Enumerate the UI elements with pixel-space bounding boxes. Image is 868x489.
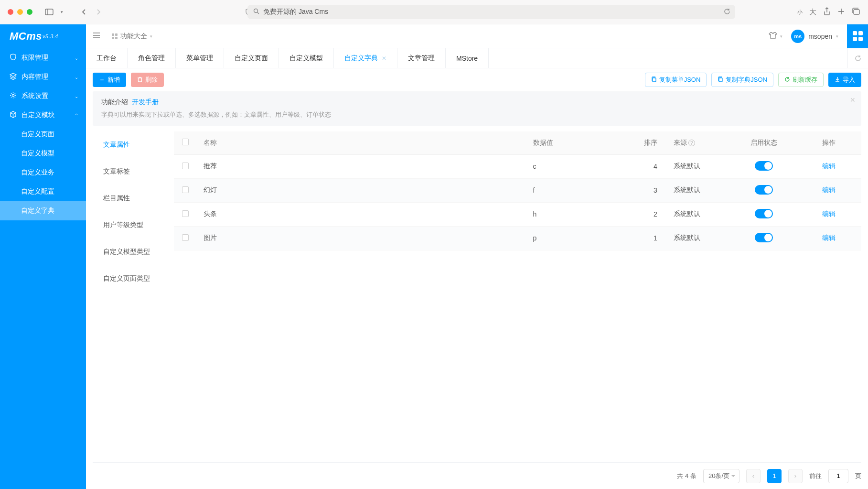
svg-rect-6 <box>854 10 859 14</box>
tabs-icon[interactable] <box>852 8 860 17</box>
all-functions-menu[interactable]: 功能大全 ▾ <box>112 32 152 41</box>
category-item-4[interactable]: 自定义模型类型 <box>93 239 174 265</box>
goto-label: 前往 <box>809 472 822 480</box>
share-icon[interactable] <box>823 7 831 17</box>
cell-value: p <box>526 226 618 250</box>
row-checkbox[interactable] <box>182 210 189 217</box>
cell-name: 图片 <box>197 226 526 250</box>
cell-value: c <box>526 154 618 178</box>
row-checkbox[interactable] <box>182 186 189 193</box>
close-icon[interactable]: ✕ <box>850 96 856 104</box>
copy-icon <box>651 76 657 84</box>
tab-7[interactable]: MStore <box>446 48 489 68</box>
copy-menu-json-button[interactable]: 复制菜单JSON <box>645 73 707 87</box>
nav-sub-2[interactable]: 自定义业务 <box>0 163 86 182</box>
nav-group-label: 内容管理 <box>21 73 48 81</box>
collapse-sidebar-icon[interactable] <box>93 32 102 40</box>
edit-link[interactable]: 编辑 <box>822 186 836 194</box>
next-page-button[interactable]: › <box>788 469 803 483</box>
category-list: 文章属性文章标签栏目属性用户等级类型自定义模型类型自定义页面类型 <box>93 131 174 462</box>
tab-1[interactable]: 角色管理 <box>128 48 176 68</box>
category-item-3[interactable]: 用户等级类型 <box>93 212 174 239</box>
forward-button[interactable] <box>94 7 104 17</box>
nav-group-3[interactable]: 自定义模块⌃ <box>0 106 86 125</box>
theme-icon[interactable] <box>769 31 777 41</box>
page-number-button[interactable]: 1 <box>767 469 782 483</box>
goto-input[interactable] <box>828 469 848 483</box>
svg-point-2 <box>254 9 258 13</box>
back-button[interactable] <box>78 7 89 17</box>
layers-icon <box>10 73 17 81</box>
enable-switch[interactable] <box>755 185 773 195</box>
shield-icon <box>10 54 17 62</box>
category-item-0[interactable]: 文章属性 <box>93 131 174 158</box>
prev-page-button[interactable]: ‹ <box>746 469 761 483</box>
tab-0[interactable]: 工作台 <box>86 48 128 68</box>
tab-label: 工作台 <box>96 54 117 63</box>
enable-switch[interactable] <box>755 209 773 218</box>
table-row: 幻灯 f 3 系统默认 编辑 <box>174 178 861 202</box>
tab-2[interactable]: 菜单管理 <box>176 48 224 68</box>
window-zoom[interactable] <box>27 9 32 15</box>
tab-3[interactable]: 自定义页面 <box>224 48 279 68</box>
banner-title: 功能介绍 <box>101 98 128 106</box>
enable-switch[interactable] <box>755 161 773 171</box>
address-text: 免费开源的 Java Cms <box>263 8 328 16</box>
page-size-select[interactable]: 20条/页 <box>703 469 739 483</box>
category-item-5[interactable]: 自定义页面类型 <box>93 265 174 292</box>
row-checkbox[interactable] <box>182 234 189 241</box>
tab-4[interactable]: 自定义模型 <box>279 48 334 68</box>
tab-6[interactable]: 文章管理 <box>397 48 446 68</box>
nav-group-2[interactable]: 系统设置⌄ <box>0 87 86 106</box>
chevron-down-icon: ▾ <box>150 34 152 39</box>
delete-button[interactable]: 删除 <box>131 73 164 87</box>
cell-value: h <box>526 202 618 226</box>
window-close[interactable] <box>8 9 13 15</box>
edit-link[interactable]: 编辑 <box>822 234 836 241</box>
svg-rect-15 <box>653 78 656 82</box>
close-tab-icon[interactable]: ✕ <box>382 55 386 62</box>
nav-sub-0[interactable]: 自定义页面 <box>0 125 86 144</box>
copy-icon <box>718 76 723 84</box>
cell-source: 系统默认 <box>667 202 732 226</box>
nav-group-1[interactable]: 内容管理⌄ <box>0 67 86 87</box>
nav-group-label: 系统设置 <box>21 92 48 100</box>
category-item-2[interactable]: 栏目属性 <box>93 185 174 212</box>
nav-group-0[interactable]: 权限管理⌄ <box>0 48 86 67</box>
window-minimize[interactable] <box>17 9 23 15</box>
refresh-label: 刷新缓存 <box>793 76 817 84</box>
row-checkbox[interactable] <box>182 163 189 169</box>
cell-name: 头条 <box>197 202 526 226</box>
category-item-1[interactable]: 文章标签 <box>93 158 174 185</box>
refresh-cache-button[interactable]: 刷新缓存 <box>778 73 824 87</box>
edit-link[interactable]: 编辑 <box>822 210 836 217</box>
edit-link[interactable]: 编辑 <box>822 162 836 170</box>
nav-sub-1[interactable]: 自定义模型 <box>0 144 86 163</box>
reload-icon[interactable] <box>724 8 730 16</box>
help-icon[interactable]: ? <box>688 140 695 146</box>
nav-sub-4[interactable]: 自定义字典 <box>0 201 86 220</box>
dict-table: 名称 数据值 排序 来源? 启用状态 操作 推荐 c 4 系统默认 编辑 幻灯 … <box>174 131 861 250</box>
tab-label: 自定义字典 <box>344 54 378 63</box>
select-all-checkbox[interactable] <box>182 139 189 145</box>
add-button[interactable]: ＋新增 <box>93 73 126 87</box>
import-button[interactable]: 导入 <box>828 73 861 87</box>
nav-sub-3[interactable]: 自定义配置 <box>0 182 86 201</box>
user-menu[interactable]: ms msopen ▾ <box>791 30 838 43</box>
text-large[interactable]: 大 <box>809 8 816 17</box>
nav-group-label: 权限管理 <box>21 54 48 62</box>
apps-button[interactable] <box>847 24 868 48</box>
enable-switch[interactable] <box>755 233 773 242</box>
tab-5[interactable]: 自定义字典✕ <box>334 48 397 68</box>
cube-icon <box>10 111 17 120</box>
dev-manual-link[interactable]: 开发手册 <box>132 98 159 106</box>
new-tab-icon[interactable] <box>837 8 845 17</box>
text-small[interactable]: 小 <box>797 9 803 16</box>
chevron-down-icon: ▾ <box>780 34 782 39</box>
tabs: 工作台角色管理菜单管理自定义页面自定义模型自定义字典✕文章管理MStore <box>86 48 868 68</box>
address-bar[interactable]: 免费开源的 Java Cms <box>247 5 735 19</box>
chevron-down-icon[interactable]: ▾ <box>56 7 67 17</box>
tabs-refresh[interactable] <box>847 48 868 68</box>
copy-dict-json-button[interactable]: 复制字典JSON <box>711 73 773 87</box>
sidebar-toggle-icon[interactable] <box>44 7 54 17</box>
